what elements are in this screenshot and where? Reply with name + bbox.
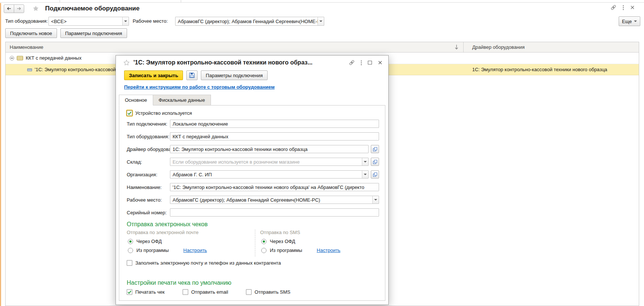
- print-section-heading: Настройки печати чека по умолчанию: [127, 280, 379, 286]
- more-button[interactable]: Еще: [619, 16, 640, 26]
- save-icon: [189, 72, 195, 78]
- dialog-titlebar: '1С: Эмулятор контрольно-кассовой техник…: [116, 56, 388, 70]
- serial-input[interactable]: [170, 209, 379, 216]
- favorites-star-icon[interactable]: [32, 5, 39, 12]
- workplace-filter-label: Рабочее место:: [133, 18, 168, 24]
- checkbox-unchecked-icon: [246, 289, 252, 295]
- name-label: Наименование:: [127, 184, 170, 190]
- maximize-icon[interactable]: [368, 61, 372, 64]
- close-icon[interactable]: [378, 60, 382, 65]
- column-header-driver[interactable]: Драйвер оборудования: [472, 42, 525, 53]
- sms-from-app-radio[interactable]: Из программы Настроить: [260, 247, 379, 253]
- sms-column: Отправка по SMS Через ОФД Из программы Н…: [255, 230, 379, 256]
- connection-type-input[interactable]: [170, 120, 379, 127]
- equipment-type-filter-combo[interactable]: <ВСЕ>: [48, 17, 129, 26]
- back-icon: [6, 6, 12, 11]
- receipts-section-heading: Отправка электронных чеков: [127, 221, 379, 228]
- device-dialog: '1С: Эмулятор контрольно-кассовой техник…: [116, 55, 389, 305]
- checkbox-checked-icon: [127, 289, 132, 295]
- forward-button[interactable]: [14, 4, 24, 13]
- sms-configure-link[interactable]: Настроить: [317, 247, 341, 253]
- dialog-title: '1С: Эмулятор контрольно-кассовой техник…: [133, 59, 346, 66]
- connect-new-button[interactable]: Подключить новое: [5, 28, 57, 38]
- checkbox-unchecked-icon: [183, 289, 188, 295]
- column-separator: [463, 42, 464, 52]
- dialog-connection-params-button[interactable]: Параметры подключения: [201, 70, 268, 80]
- radio-unselected-icon: [261, 248, 266, 253]
- name-input[interactable]: [170, 183, 379, 191]
- checkbox-unchecked-icon: [127, 260, 132, 266]
- favorites-star-icon[interactable]: [123, 60, 130, 66]
- chevron-down-icon: [634, 20, 637, 22]
- chevron-down-icon[interactable]: [318, 17, 324, 25]
- radio-selected-icon: [128, 239, 133, 244]
- organization-label: Организация:: [127, 172, 170, 177]
- driver-input[interactable]: [170, 145, 368, 153]
- open-icon: [373, 160, 377, 164]
- dialog-toolbar: Записать и закрыть Параметры подключения: [116, 70, 388, 83]
- open-value-button[interactable]: [371, 145, 379, 153]
- left-accent-bar: [0, 3, 1, 306]
- instructions-link[interactable]: Перейти к инструкциям по работе с торгов…: [124, 84, 275, 90]
- equipment-type-label: Тип оборудования:: [127, 134, 170, 139]
- device-icon: [27, 69, 32, 71]
- chevron-down-icon[interactable]: [362, 171, 368, 178]
- save-and-close-button[interactable]: Записать и закрыть: [124, 70, 183, 80]
- chevron-down-icon[interactable]: [122, 17, 129, 25]
- more-menu-icon[interactable]: [623, 5, 624, 10]
- workplace-input[interactable]: [170, 196, 372, 204]
- more-menu-icon[interactable]: [361, 60, 362, 65]
- radio-selected-icon: [261, 239, 266, 244]
- driver-cell: 1С: Эмулятор контрольно-кассовой техники…: [472, 64, 607, 75]
- save-button[interactable]: [186, 70, 198, 80]
- window-top-edge: [0, 0, 644, 3]
- open-value-button[interactable]: [371, 158, 379, 166]
- tab-content: Устройство используется Тип подключения:…: [119, 105, 385, 301]
- copy-link-icon[interactable]: [349, 60, 355, 66]
- open-icon: [373, 173, 377, 177]
- email-column: Отправка по электронной почте Через ОФД …: [127, 230, 255, 256]
- dialog-tabs: Основное Фискальные данные: [119, 95, 388, 105]
- tab-fiscal[interactable]: Фискальные данные: [153, 95, 211, 105]
- chevron-down-icon[interactable]: [372, 196, 379, 204]
- device-used-checkbox[interactable]: Устройство используется: [127, 110, 192, 116]
- open-value-button[interactable]: [371, 170, 379, 179]
- serial-label: Серийный номер:: [127, 210, 170, 215]
- copy-link-icon[interactable]: [610, 4, 616, 10]
- warehouse-label: Склад:: [127, 159, 170, 165]
- equipment-type-input[interactable]: [170, 133, 379, 140]
- send-email-checkbox[interactable]: Отправить email: [183, 289, 246, 295]
- email-column-title: Отправка по электронной почте: [127, 230, 255, 235]
- send-sms-checkbox[interactable]: Отправить SMS: [246, 289, 290, 295]
- sms-column-title: Отправка по SMS: [260, 230, 379, 235]
- tab-main[interactable]: Основное: [119, 95, 153, 105]
- back-button[interactable]: [4, 4, 14, 13]
- page-title: Подключаемое оборудование: [45, 5, 140, 12]
- sort-descending-icon: [455, 44, 458, 50]
- table-header: Наименование Драйвер оборудования: [6, 42, 639, 53]
- email-configure-link[interactable]: Настроить: [183, 247, 207, 253]
- chevron-down-icon[interactable]: [362, 158, 368, 165]
- open-icon: [373, 147, 377, 151]
- app-root: { "window": { "title": "Подключаемое обо…: [0, 0, 644, 306]
- fill-from-contact-checkbox[interactable]: Заполнять электронную почту и телефон из…: [127, 260, 281, 266]
- connection-type-label: Тип подключения:: [127, 121, 170, 127]
- collapse-icon[interactable]: [10, 56, 14, 60]
- sms-via-ofd-radio[interactable]: Через ОФД: [260, 239, 379, 244]
- equipment-type-filter-label: Тип оборудования:: [5, 18, 48, 24]
- forward-icon: [16, 6, 22, 11]
- email-from-app-radio[interactable]: Из программы Настроить: [127, 247, 255, 253]
- organization-input[interactable]: [170, 171, 362, 178]
- connection-params-button[interactable]: Параметры подключения: [60, 28, 127, 38]
- workplace-label: Рабочее место:: [127, 197, 170, 203]
- close-icon[interactable]: [630, 5, 635, 10]
- checkbox-checked-icon: [127, 110, 132, 116]
- column-header-name[interactable]: Наименование: [10, 42, 43, 53]
- driver-label: Драйвер оборудования:: [127, 146, 170, 152]
- workplace-filter-combo[interactable]: АбрамовГС (директор); Абрамов Геннадий С…: [175, 17, 324, 26]
- email-via-ofd-radio[interactable]: Через ОФД: [127, 239, 255, 244]
- print-receipt-checkbox[interactable]: Печатать чек: [127, 289, 183, 295]
- cash-register-group-icon: [17, 56, 23, 60]
- warehouse-input[interactable]: [170, 158, 362, 165]
- radio-unselected-icon: [128, 248, 133, 253]
